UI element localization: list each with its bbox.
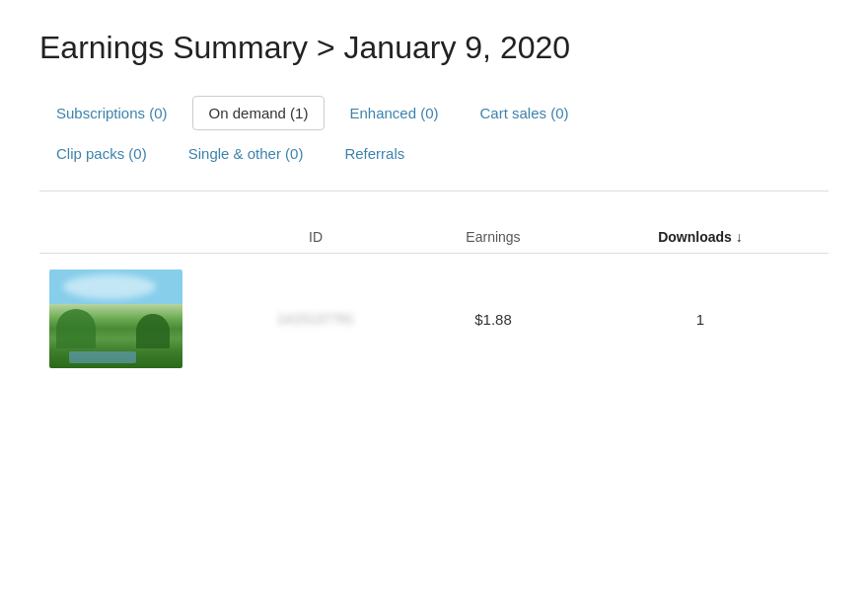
table-header: ID Earnings Downloads ↓ bbox=[39, 221, 829, 254]
row-id: 1415137791 bbox=[217, 311, 414, 327]
page-title: Earnings Summary > January 9, 2020 bbox=[39, 30, 829, 66]
water-decoration bbox=[69, 351, 136, 363]
tab-single-other[interactable]: Single & other (0) bbox=[172, 136, 321, 171]
divider bbox=[39, 191, 829, 192]
tree-decoration bbox=[136, 314, 170, 348]
row-earnings: $1.88 bbox=[414, 311, 572, 328]
sort-arrow-icon: ↓ bbox=[736, 229, 743, 245]
tab-subscriptions[interactable]: Subscriptions (0) bbox=[39, 96, 184, 130]
downloads-label: Downloads bbox=[658, 229, 732, 245]
tabs-row-1: Subscriptions (0) On demand (1) Enhanced… bbox=[39, 96, 829, 130]
row-thumbnail-container bbox=[39, 269, 217, 368]
thumbnail bbox=[49, 269, 182, 368]
landscape-image bbox=[49, 269, 182, 368]
tabs-row-2: Clip packs (0) Single & other (0) Referr… bbox=[39, 136, 829, 171]
col-header-downloads[interactable]: Downloads ↓ bbox=[572, 229, 829, 245]
row-downloads: 1 bbox=[572, 311, 829, 328]
tab-cart-sales[interactable]: Cart sales (0) bbox=[464, 96, 586, 130]
tab-enhanced[interactable]: Enhanced (0) bbox=[332, 96, 455, 130]
col-header-earnings: Earnings bbox=[414, 229, 572, 245]
col-header-id: ID bbox=[217, 229, 414, 245]
table-row: 1415137791 $1.88 1 bbox=[39, 254, 829, 384]
tab-referrals[interactable]: Referrals bbox=[327, 136, 421, 171]
tab-on-demand[interactable]: On demand (1) bbox=[192, 96, 326, 130]
tab-clip-packs[interactable]: Clip packs (0) bbox=[39, 136, 164, 171]
